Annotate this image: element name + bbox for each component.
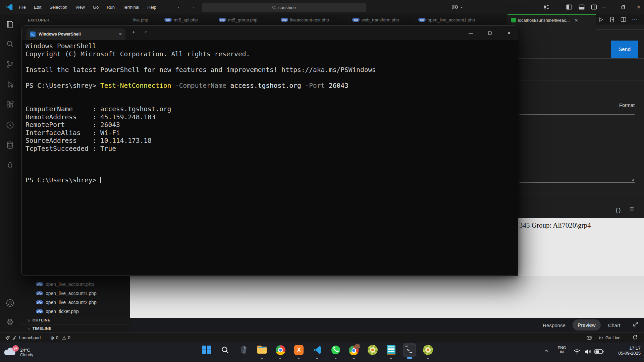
menu-lines-icon[interactable]: ≡ (630, 205, 634, 213)
terminal-close-button[interactable]: ✕ (499, 26, 519, 40)
tab-chart[interactable]: Chart (602, 321, 626, 329)
timeline-section[interactable]: › TIMELINE (20, 324, 130, 333)
problems-status-item[interactable]: ⊗ 0 ⚠ 0 (50, 333, 70, 343)
terminal-app-button[interactable]: >_ (403, 343, 416, 357)
tab-localhost-preview[interactable]: localhost/sunshine/liveac... ✕ (507, 14, 596, 25)
menu-terminal[interactable]: Terminal (119, 0, 143, 14)
menu-selection[interactable]: Selection (45, 0, 71, 14)
go-live-status-item[interactable]: Go Live (598, 333, 621, 343)
green-app2-button[interactable] (421, 343, 435, 357)
terminal-output[interactable]: Windows PowerShell Copyright (C) Microso… (25, 42, 376, 184)
taskbar-search-button[interactable] (218, 343, 232, 357)
file-open-ticket-php[interactable]: php open_ticket.php (20, 307, 130, 316)
more-actions-icon[interactable]: ⋯ (632, 16, 638, 23)
windows-logo-icon (202, 346, 211, 354)
language-indicator[interactable]: ENG IN (555, 346, 569, 354)
chrome-button[interactable] (274, 343, 287, 357)
search-input[interactable]: sunshine (202, 3, 366, 12)
mongodb-icon[interactable] (6, 161, 14, 170)
tab-liveaccount-test-php[interactable]: phpliveaccount-test.php (277, 14, 349, 25)
file-open-live-account2-php[interactable]: php open_live_account2.php (20, 298, 130, 307)
powershell-tab-title: Windows PowerShell (39, 32, 116, 37)
nav-back-icon[interactable]: ← (177, 4, 183, 10)
tab-open-live-account1-php[interactable]: phpopen_live_account1.php (415, 14, 503, 25)
window-minimize-button[interactable] (602, 7, 606, 7)
copilot-chevron-icon[interactable]: ⌄ (460, 4, 463, 9)
tab-response[interactable]: Response (537, 321, 571, 329)
green-app-button[interactable] (366, 343, 379, 357)
tab-dropdown-icon[interactable]: ⌄ (144, 28, 148, 34)
format-json-icon[interactable]: { } (616, 207, 621, 213)
terminal-maximize-button[interactable] (480, 26, 499, 40)
run-file-icon[interactable] (598, 17, 604, 22)
new-tab-icon[interactable]: ＋ (131, 29, 136, 35)
run-debug-icon[interactable] (6, 80, 14, 89)
tray-chevron-icon[interactable] (543, 348, 549, 354)
file-explorer-button[interactable] (255, 343, 269, 357)
file-open-live-account1-php[interactable]: php open_live_account1.php (20, 289, 130, 298)
xampp-button[interactable]: X (292, 343, 306, 357)
source-control-icon[interactable] (6, 60, 14, 69)
menu-view[interactable]: View (71, 0, 89, 14)
volume-icon[interactable] (584, 348, 592, 355)
launchpad-status-item[interactable]: Launchpad (5, 333, 41, 343)
copilot-status-icon[interactable] (586, 333, 593, 343)
explorer-icon[interactable] (6, 20, 14, 29)
settings-gear-icon[interactable]: ⚙ (6, 318, 14, 326)
resize-handle-icon[interactable] (631, 178, 634, 182)
menu-help[interactable]: Help (143, 0, 160, 14)
format-label: Format (619, 103, 635, 108)
window-restore-button[interactable] (621, 5, 626, 9)
menu-go[interactable]: Go (89, 0, 103, 14)
database-icon[interactable] (6, 141, 14, 149)
notifications-bell-icon[interactable] (632, 333, 638, 343)
clock-widget[interactable]: 17:17 05-09-2025 (606, 346, 641, 356)
tab-live-php[interactable]: live.php (130, 14, 161, 25)
search-icon (272, 5, 276, 10)
tab-web-transform-php[interactable]: phpweb_transform.php (349, 14, 415, 25)
extensions-icon[interactable] (6, 100, 14, 109)
powershell-tab[interactable]: >_ Windows PowerShell ✕ (26, 28, 125, 40)
start-button[interactable] (200, 343, 213, 357)
thunder-client-icon[interactable] (6, 121, 14, 129)
menu-run[interactable]: Run (103, 0, 119, 14)
vscode-button[interactable] (311, 343, 324, 357)
toggle-sidebar-icon[interactable] (566, 4, 572, 10)
menu-file[interactable]: File (15, 0, 30, 14)
customize-layout-icon[interactable] (544, 4, 549, 10)
weather-widget[interactable]: 9+ 24°C Cloudy (3, 344, 64, 360)
search-view-icon[interactable] (6, 40, 14, 49)
file-open-live-account-php[interactable]: php open_live_account.php (20, 280, 130, 289)
obsidian-app-button[interactable] (237, 343, 250, 357)
expand-diagonal-icon[interactable] (632, 320, 639, 328)
notepad-button[interactable] (384, 343, 398, 357)
request-body-textarea[interactable] (519, 114, 635, 183)
tab-close-icon[interactable]: ✕ (119, 32, 122, 37)
outline-section[interactable]: › OUTLINE (20, 316, 130, 324)
tab-close-icon[interactable]: ✕ (575, 18, 578, 23)
menu-edit[interactable]: Edit (30, 0, 45, 14)
toggle-panel-icon[interactable] (579, 4, 585, 10)
tab-mt5-group-php[interactable]: phpmt5_group.php (215, 14, 277, 25)
run-on-device-icon[interactable] (609, 17, 615, 22)
powershell-titlebar[interactable]: >_ Windows PowerShell ✕ ＋ ⌄ — ✕ (22, 26, 518, 40)
whatsapp-icon (331, 345, 341, 355)
battery-icon[interactable] (594, 349, 604, 354)
whatsapp-button[interactable] (329, 343, 342, 357)
account-icon[interactable] (6, 299, 14, 307)
copilot-icon[interactable] (451, 4, 459, 10)
send-button[interactable]: Send (611, 41, 638, 58)
split-editor-icon[interactable] (621, 17, 626, 22)
nav-forward-icon[interactable]: → (190, 4, 196, 10)
wifi-icon[interactable] (573, 348, 581, 355)
terminal-minimize-button[interactable]: — (461, 26, 480, 40)
toggle-secondary-sidebar-icon[interactable] (591, 4, 597, 10)
tab-mt5-api-php[interactable]: phpmt5_api.php (161, 14, 215, 25)
tray-date: 05-09-2025 (606, 351, 641, 356)
php-icon: php (164, 18, 172, 22)
tab-preview[interactable]: Preview (573, 319, 601, 330)
chrome-profile-button[interactable] (347, 343, 361, 357)
running-dot (298, 358, 300, 359)
window-close-button[interactable]: ✕ (637, 4, 641, 10)
errors-count: 0 (56, 335, 58, 340)
